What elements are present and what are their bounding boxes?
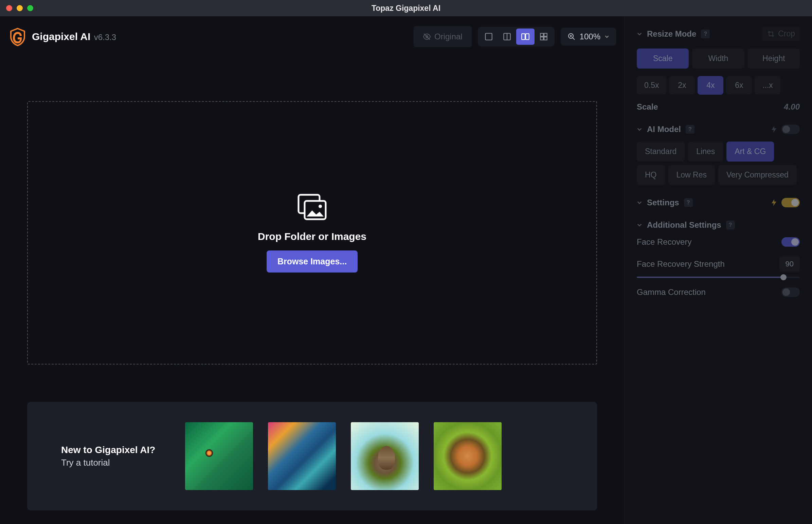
gamma-correction-label: Gamma Correction — [637, 288, 706, 297]
bolt-icon — [770, 126, 777, 133]
chevron-down-icon — [605, 34, 609, 39]
app-name-wrap: Gigapixel AI v6.3.3 — [32, 31, 116, 43]
svg-line-12 — [573, 38, 575, 40]
view-single-icon — [484, 32, 493, 41]
tutorial-thumb-owl[interactable] — [351, 422, 419, 490]
face-recovery-strength-slider[interactable] — [637, 277, 800, 278]
zoom-control[interactable]: 100% — [561, 28, 616, 46]
sidebar: Resize Mode ? Crop Scale Width Height 0.… — [624, 16, 812, 524]
face-recovery-label: Face Recovery — [637, 237, 691, 247]
model-lowres-button[interactable]: Low Res — [668, 165, 715, 185]
svg-rect-5 — [522, 34, 525, 39]
view-split-button[interactable] — [498, 29, 516, 45]
additional-settings-section: Additional Settings ? Face Recovery Face… — [637, 220, 800, 297]
preview-mode-group: Original — [414, 26, 472, 47]
help-badge[interactable]: ? — [701, 30, 710, 38]
mode-scale-button[interactable]: Scale — [637, 49, 689, 68]
app-version: v6.3.3 — [94, 33, 116, 42]
model-artcg-button[interactable]: Art & CG — [727, 142, 774, 162]
app-logo-icon — [8, 27, 27, 46]
help-badge[interactable]: ? — [726, 220, 735, 229]
eye-off-icon — [423, 33, 431, 41]
svg-rect-10 — [544, 37, 547, 40]
model-standard-button[interactable]: Standard — [637, 142, 685, 162]
resize-mode-title: Resize Mode — [647, 29, 696, 39]
tutorial-thumb-brushes[interactable] — [268, 422, 336, 490]
view-side-by-side-button[interactable] — [516, 29, 535, 45]
app-logo-wrap: Gigapixel AI v6.3.3 — [8, 27, 116, 46]
view-side-by-side-icon — [521, 32, 530, 41]
scale-value[interactable]: 4.00 — [784, 102, 800, 112]
additional-settings-title: Additional Settings — [647, 220, 721, 230]
tutorial-panel: New to Gigapixel AI? Try a tutorial — [27, 402, 597, 510]
tutorial-text: New to Gigapixel AI? Try a tutorial — [61, 445, 169, 468]
maximize-window-button[interactable] — [27, 5, 33, 11]
chevron-down-icon[interactable] — [637, 31, 642, 37]
bolt-icon — [770, 199, 777, 206]
mode-width-button[interactable]: Width — [692, 49, 744, 68]
settings-auto-toggle[interactable] — [781, 198, 800, 207]
model-hq-button[interactable]: HQ — [637, 165, 665, 185]
gamma-correction-toggle[interactable] — [781, 288, 800, 297]
zoom-in-icon — [568, 33, 576, 41]
model-lines-button[interactable]: Lines — [688, 142, 723, 162]
scale-6x-button[interactable]: 6x — [726, 76, 752, 95]
browse-images-button[interactable]: Browse Images... — [267, 250, 357, 273]
image-stack-icon — [296, 194, 329, 223]
view-grid-button[interactable] — [535, 29, 553, 45]
view-grid-icon — [539, 32, 548, 41]
face-recovery-toggle[interactable] — [781, 237, 800, 247]
face-recovery-strength-label: Face Recovery Strength — [637, 259, 725, 269]
titlebar: Topaz Gigapixel AI — [0, 0, 812, 16]
settings-section: Settings ? — [637, 198, 800, 207]
zoom-level: 100% — [580, 32, 601, 42]
scale-label: Scale — [637, 102, 658, 112]
svg-rect-8 — [544, 33, 547, 36]
svg-rect-7 — [540, 33, 543, 36]
traffic-lights — [6, 5, 33, 11]
content-area: Drop Folder or Images Browse Images... N… — [0, 57, 624, 524]
view-single-button[interactable] — [479, 29, 498, 45]
chevron-down-icon[interactable] — [637, 222, 642, 228]
slider-thumb[interactable] — [780, 274, 786, 280]
main-area: Gigapixel AI v6.3.3 Original — [0, 16, 624, 524]
chevron-down-icon[interactable] — [637, 200, 642, 205]
view-mode-group — [478, 27, 555, 47]
svg-point-17 — [319, 204, 322, 208]
resize-mode-section: Resize Mode ? Crop Scale Width Height 0.… — [637, 27, 800, 112]
tutorial-title: New to Gigapixel AI? — [61, 445, 155, 456]
tutorial-subtitle: Try a tutorial — [61, 458, 155, 468]
scale-4x-button[interactable]: 4x — [698, 76, 723, 95]
dropzone-text: Drop Folder or Images — [258, 231, 366, 242]
tutorial-thumb-lizard[interactable] — [185, 422, 253, 490]
ai-auto-toggle[interactable] — [781, 125, 800, 134]
help-badge[interactable]: ? — [684, 198, 693, 207]
tutorial-thumbs — [185, 422, 501, 490]
svg-rect-6 — [526, 34, 529, 39]
ai-model-title: AI Model — [647, 125, 681, 134]
model-verycompressed-button[interactable]: Very Compressed — [718, 165, 797, 185]
minimize-window-button[interactable] — [17, 5, 23, 11]
tutorial-thumb-butterfly[interactable] — [434, 422, 501, 490]
original-toggle-button[interactable]: Original — [415, 28, 470, 46]
view-split-icon — [503, 32, 511, 41]
chevron-down-icon[interactable] — [637, 127, 642, 132]
mode-height-button[interactable]: Height — [748, 49, 800, 68]
settings-title: Settings — [647, 198, 679, 207]
crop-label: Crop — [778, 29, 795, 38]
svg-rect-2 — [485, 33, 492, 40]
ai-model-section: AI Model ? Standard Lines Art & CG HQ Lo… — [637, 125, 800, 185]
help-badge[interactable]: ? — [686, 125, 695, 134]
window-title: Topaz Gigapixel AI — [371, 4, 441, 13]
dropzone[interactable]: Drop Folder or Images Browse Images... — [27, 101, 597, 364]
scale-half-button[interactable]: 0.5x — [637, 76, 666, 95]
scale-custom-button[interactable]: ...x — [754, 76, 780, 95]
crop-icon — [767, 30, 775, 38]
original-label: Original — [434, 32, 463, 42]
scale-2x-button[interactable]: 2x — [669, 76, 695, 95]
crop-button[interactable]: Crop — [762, 27, 800, 41]
close-window-button[interactable] — [6, 5, 12, 11]
app-name: Gigapixel AI — [32, 31, 90, 42]
app-header: Gigapixel AI v6.3.3 Original — [0, 16, 624, 57]
face-recovery-strength-value[interactable]: 90 — [779, 256, 800, 272]
